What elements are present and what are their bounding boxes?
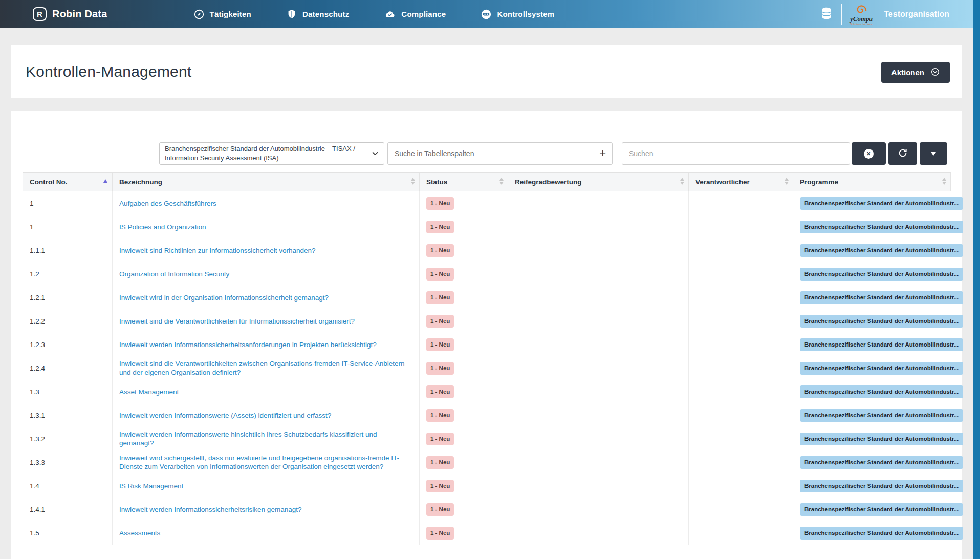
programme-badge: Branchenspezifischer Standard der Automo… — [800, 268, 963, 281]
control-link[interactable]: Organization of Information Security — [119, 270, 229, 278]
table-controls: Branchenspezifischer Standard der Automo… — [11, 142, 962, 165]
control-no-cell: 1.5 — [23, 521, 113, 545]
column-header-status[interactable]: Status — [420, 173, 508, 191]
sort-asc-icon — [103, 179, 107, 183]
reifegradbewertung-cell — [508, 333, 689, 356]
control-link[interactable]: Inwieweit werden Informationswerte hinsi… — [119, 430, 412, 447]
programme-badge: Branchenspezifischer Standard der Automo… — [800, 291, 963, 304]
table-row[interactable]: 1.2.1 Inwieweit wird in der Organisation… — [23, 286, 951, 309]
control-link[interactable]: Asset Management — [119, 388, 179, 396]
column-header-verantwortlicher[interactable]: Verantwortlicher — [689, 173, 793, 191]
control-link[interactable]: Inwieweit wird in der Organisation Infor… — [119, 293, 329, 302]
status-cell: 1 - Neu — [420, 333, 508, 356]
brand[interactable]: R Robin Data — [33, 7, 107, 21]
top-navbar: R Robin Data Tätigkeiten Datenschutz Com… — [0, 0, 980, 28]
control-no: 1.3.3 — [30, 458, 45, 467]
verantwortlicher-cell — [689, 403, 793, 427]
table-card: Branchenspezifischer Standard der Automo… — [11, 111, 962, 559]
control-link[interactable]: Inwieweit werden Informationssicherheits… — [119, 505, 301, 514]
table-row[interactable]: 1.4 IS Risk Management 1 - Neu Branchens… — [23, 474, 951, 498]
column-header-programme[interactable]: Programme — [793, 173, 951, 191]
reifegradbewertung-cell — [508, 286, 689, 309]
sort-icon — [680, 178, 684, 185]
table-row[interactable]: 1.3 Asset Management 1 - Neu Branchenspe… — [23, 380, 951, 403]
control-link[interactable]: Inwieweit sind die Verantwortlichkeiten … — [119, 317, 355, 326]
partner-tagline: Solutions for Your — [850, 23, 873, 26]
control-no-cell: 1.4.1 — [23, 498, 113, 521]
control-no: 1.2.4 — [30, 364, 45, 373]
programme-badge: Branchenspezifischer Standard der Automo… — [800, 433, 963, 445]
programme-cell: Branchenspezifischer Standard der Automo… — [793, 380, 970, 403]
refresh-button[interactable] — [888, 142, 917, 165]
table-row[interactable]: 1.2 Organization of Information Security… — [23, 262, 951, 286]
table-row[interactable]: 1.4.1 Inwieweit werden Informationssiche… — [23, 498, 951, 521]
status-badge: 1 - Neu — [426, 362, 454, 375]
control-link[interactable]: IS Policies and Organization — [119, 223, 206, 231]
actions-button[interactable]: Aktionen — [881, 62, 950, 83]
control-link[interactable]: Inwieweit sind Richtlinien zur Informati… — [119, 246, 315, 255]
control-no-cell: 1.2.1 — [23, 286, 113, 309]
control-link[interactable]: IS Risk Management — [119, 482, 183, 490]
status-cell: 1 - Neu — [420, 309, 508, 333]
column-search-input[interactable] — [387, 142, 613, 165]
program-select[interactable]: Branchenspezifischer Standard der Automo… — [159, 142, 384, 165]
table-row[interactable]: 1.2.4 Inwieweit sind die Verantwortlichk… — [23, 356, 951, 380]
table-row[interactable]: 1 IS Policies and Organization 1 - Neu B… — [23, 215, 951, 239]
control-link[interactable]: Inwieweit werden Informationssicherheits… — [119, 340, 377, 349]
nav-item-compliance[interactable]: Compliance — [384, 9, 446, 20]
column-header-control-no[interactable]: Control No. — [23, 173, 113, 191]
verantwortlicher-cell — [689, 521, 793, 545]
status-cell: 1 - Neu — [420, 215, 508, 239]
verantwortlicher-cell — [689, 215, 793, 239]
add-filter-icon[interactable]: + — [599, 146, 606, 160]
clear-filters-button[interactable]: ✕ — [852, 142, 886, 165]
programme-cell: Branchenspezifischer Standard der Automo… — [793, 191, 970, 215]
page-scrollbar[interactable] — [973, 0, 980, 559]
actions-button-label: Aktionen — [891, 68, 924, 77]
database-icon[interactable] — [820, 7, 833, 22]
more-options-button[interactable] — [920, 142, 947, 165]
control-no-cell: 1.3.2 — [23, 427, 113, 450]
control-no-cell: 1.2.4 — [23, 356, 113, 380]
control-no: 1 — [30, 223, 34, 231]
programme-badge: Branchenspezifischer Standard der Automo… — [800, 197, 963, 210]
status-badge: 1 - Neu — [426, 244, 454, 257]
table-row[interactable]: 1.3.1 Inwieweit werden Informationswerte… — [23, 403, 951, 427]
table-body: 1 Aufgaben des Geschäftsführers 1 - Neu … — [23, 191, 951, 545]
verantwortlicher-cell — [689, 380, 793, 403]
reifegradbewertung-cell — [508, 239, 689, 262]
nav-label: Compliance — [401, 10, 446, 18]
robot-icon — [481, 9, 492, 20]
table-row[interactable]: 1.1.1 Inwieweit sind Richtlinien zur Inf… — [23, 239, 951, 262]
control-no: 1.3.1 — [30, 411, 45, 420]
control-link[interactable]: Inwieweit werden Informationswerte (Asse… — [119, 411, 331, 420]
table-row[interactable]: 1.3.2 Inwieweit werden Informationswerte… — [23, 427, 951, 450]
status-badge: 1 - Neu — [426, 291, 454, 304]
table-row[interactable]: 1.2.3 Inwieweit werden Informationssiche… — [23, 333, 951, 356]
status-cell: 1 - Neu — [420, 450, 508, 474]
table-row[interactable]: 1 Aufgaben des Geschäftsführers 1 - Neu … — [23, 191, 951, 215]
control-link[interactable]: Inwieweit wird sichergestellt, dass nur … — [119, 454, 412, 471]
verantwortlicher-cell — [689, 474, 793, 498]
programme-badge: Branchenspezifischer Standard der Automo… — [800, 409, 963, 422]
programme-badge: Branchenspezifischer Standard der Automo… — [800, 221, 963, 233]
column-header-bezeichnung[interactable]: Bezeichnung — [113, 173, 420, 191]
column-header-reifegradbewertung[interactable]: Reifegradbewertung — [508, 173, 689, 191]
chevron-down-icon — [372, 150, 379, 159]
reifegradbewertung-cell — [508, 521, 689, 545]
reifegradbewertung-cell — [508, 498, 689, 521]
control-link[interactable]: Inwieweit sind die Verantwortlichkeiten … — [119, 359, 412, 377]
table-row[interactable]: 1.5 Assessments 1 - Neu Branchenspezifis… — [23, 521, 951, 545]
status-badge: 1 - Neu — [426, 221, 454, 233]
nav-item-taetigkeiten[interactable]: Tätigkeiten — [193, 9, 251, 20]
global-search-input[interactable] — [622, 142, 850, 165]
control-link[interactable]: Assessments — [119, 529, 160, 538]
table-row[interactable]: 1.3.3 Inwieweit wird sichergestellt, das… — [23, 450, 951, 474]
navbar-divider — [841, 4, 842, 25]
nav-item-kontrollsystem[interactable]: Kontrollsystem — [481, 9, 554, 20]
verantwortlicher-cell — [689, 427, 793, 450]
table-row[interactable]: 1.2.2 Inwieweit sind die Verantwortlichk… — [23, 309, 951, 333]
control-link[interactable]: Aufgaben des Geschäftsführers — [119, 199, 216, 208]
nav-item-datenschutz[interactable]: Datenschutz — [286, 9, 349, 20]
programme-cell: Branchenspezifischer Standard der Automo… — [793, 498, 970, 521]
